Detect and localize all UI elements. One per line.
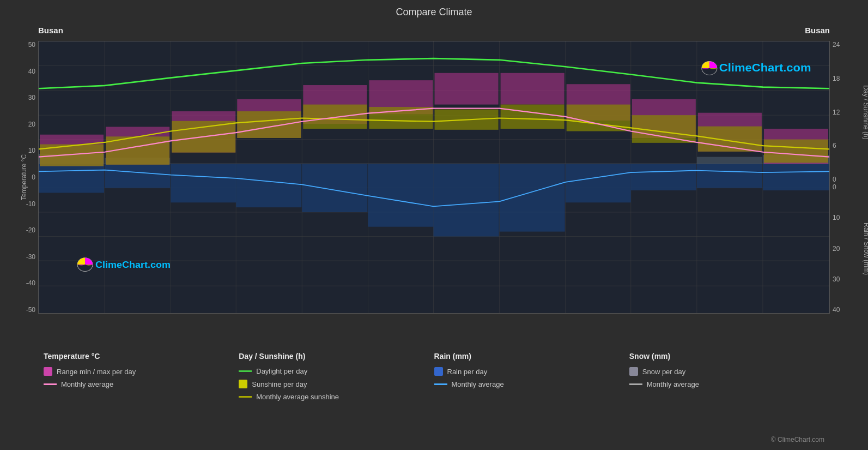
snow-avg-swatch xyxy=(629,383,642,385)
page-title: Compare Climate xyxy=(0,0,868,18)
legend-temp-title: Temperature °C xyxy=(44,352,239,361)
rain-avg-label: Monthly average xyxy=(452,380,504,388)
legend-snow: Snow (mm) Snow per day Monthly average xyxy=(629,352,824,445)
legend-snow-title: Snow (mm) xyxy=(629,352,824,361)
rain-day-swatch xyxy=(434,367,443,376)
svg-text:ClimeChart.com: ClimeChart.com xyxy=(95,260,171,270)
svg-rect-23 xyxy=(105,164,170,188)
svg-rect-45 xyxy=(435,73,499,105)
svg-rect-22 xyxy=(39,164,104,193)
snow-day-swatch xyxy=(629,367,638,376)
svg-rect-29 xyxy=(500,164,565,232)
copyright: © ClimeChart.com xyxy=(771,436,824,443)
chart-svg: ClimeChart.com ClimeChart.com xyxy=(39,41,829,313)
temp-range-label: Range min / max per day xyxy=(57,368,136,376)
legend-rain-avg: Monthly average xyxy=(434,380,629,388)
sunshine-day-swatch xyxy=(239,380,247,388)
rain-day-label: Rain per day xyxy=(447,368,488,376)
legend-sunshine-day: Sunshine per day xyxy=(239,380,434,388)
chart-area: Busan Busan 50 40 30 20 10 0 -10 -20 -30… xyxy=(38,25,830,341)
sunshine-avg-swatch xyxy=(239,396,252,398)
svg-rect-27 xyxy=(368,164,433,227)
sunshine-avg-label: Monthly average sunshine xyxy=(256,393,339,401)
legend-temp-avg: Monthly average xyxy=(44,380,239,388)
chart-inner: ClimeChart.com ClimeChart.com Jan Feb Ma… xyxy=(38,41,830,314)
svg-rect-62 xyxy=(764,140,828,163)
snow-day-label: Snow per day xyxy=(642,368,686,376)
legend-sunshine: Day / Sunshine (h) Daylight per day Suns… xyxy=(239,352,434,445)
svg-rect-26 xyxy=(302,164,367,212)
temp-avg-swatch xyxy=(44,383,57,385)
daylight-swatch xyxy=(239,370,252,372)
legend-sunshine-avg: Monthly average sunshine xyxy=(239,393,434,401)
rain-avg-swatch xyxy=(434,383,447,385)
svg-rect-24 xyxy=(171,164,236,202)
svg-text:ClimeChart.com: ClimeChart.com xyxy=(719,62,811,74)
svg-rect-30 xyxy=(566,164,631,202)
sunshine-day-label: Sunshine per day xyxy=(252,380,307,388)
legend-sunshine-title: Day / Sunshine (h) xyxy=(239,352,434,361)
legend-snow-avg: Monthly average xyxy=(629,380,824,388)
snow-avg-label: Monthly average xyxy=(647,380,699,388)
svg-rect-25 xyxy=(236,164,301,207)
rain-axis-label: Rain / Snow (mm) xyxy=(840,183,868,314)
legend-daylight: Daylight per day xyxy=(239,367,434,375)
svg-rect-58 xyxy=(501,105,564,129)
svg-rect-37 xyxy=(697,157,762,164)
svg-rect-33 xyxy=(763,164,829,190)
svg-rect-54 xyxy=(237,111,301,138)
sunshine-axis-label: Day / Sunshine (h) xyxy=(839,41,868,183)
location-label-right: Busan xyxy=(805,26,830,35)
legend-temp-range: Range min / max per day xyxy=(44,367,239,376)
legend-rain: Rain (mm) Rain per day Monthly average xyxy=(434,352,629,445)
svg-rect-46 xyxy=(501,73,564,105)
legend-rain-day: Rain per day xyxy=(434,367,629,376)
svg-rect-28 xyxy=(433,164,499,236)
location-label-left: Busan xyxy=(38,26,63,35)
svg-rect-31 xyxy=(631,164,696,190)
temp-avg-label: Monthly average xyxy=(61,380,113,388)
page-container: Compare Climate Busan Busan 50 40 30 20 … xyxy=(0,0,868,450)
legend-temperature: Temperature °C Range min / max per day M… xyxy=(44,352,239,445)
svg-rect-32 xyxy=(697,164,762,188)
daylight-label: Daylight per day xyxy=(256,367,307,375)
svg-rect-55 xyxy=(303,105,367,129)
temp-range-swatch xyxy=(44,367,52,376)
legend-area: Temperature °C Range min / max per day M… xyxy=(0,344,868,450)
legend-rain-title: Rain (mm) xyxy=(434,352,629,361)
legend-snow-day: Snow per day xyxy=(629,367,824,376)
